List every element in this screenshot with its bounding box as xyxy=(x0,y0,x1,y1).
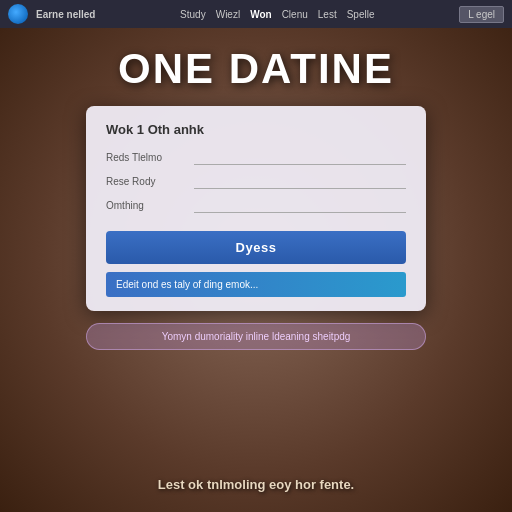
submit-button[interactable]: Dyess xyxy=(106,231,406,264)
nav-link-study[interactable]: Study xyxy=(180,9,206,20)
navbar: Earne nelled Study Wiezl Won Clenu Lest … xyxy=(0,0,512,28)
field-group-1: Rese Rody xyxy=(106,173,406,189)
nav-link-wiezl[interactable]: Wiezl xyxy=(216,9,240,20)
field-input-0[interactable] xyxy=(194,149,406,165)
field-input-1[interactable] xyxy=(194,173,406,189)
nav-link-clenu[interactable]: Clenu xyxy=(282,9,308,20)
highlight-bar: Yomyn dumoriality inline ldeaning sheitp… xyxy=(86,323,426,350)
login-button[interactable]: L egel xyxy=(459,6,504,23)
field-label-0: Reds Tlelmo xyxy=(106,152,186,163)
field-group-2: Omthing xyxy=(106,197,406,213)
hero-title: ONE DATINE xyxy=(118,46,394,92)
nav-logo-icon xyxy=(8,4,28,24)
nav-links: Study Wiezl Won Clenu Lest Spelle xyxy=(103,9,451,20)
nav-right: L egel xyxy=(459,6,504,23)
nav-link-spelle[interactable]: Spelle xyxy=(347,9,375,20)
field-input-2[interactable] xyxy=(194,197,406,213)
nav-brand: Earne nelled xyxy=(36,9,95,20)
field-label-2: Omthing xyxy=(106,200,186,211)
card-title: Wok 1 Oth anhk xyxy=(106,122,406,137)
footer-text: Lest ok tnlmoling eoy hor fente. xyxy=(158,477,354,492)
field-group-0: Reds Tlelmo xyxy=(106,149,406,165)
nav-link-lest[interactable]: Lest xyxy=(318,9,337,20)
field-label-1: Rese Rody xyxy=(106,176,186,187)
nav-link-won[interactable]: Won xyxy=(250,9,271,20)
info-bar: Edeit ond es taly of ding emok... xyxy=(106,272,406,297)
main-card: Wok 1 Oth anhk Reds Tlelmo Rese Rody Omt… xyxy=(86,106,426,311)
